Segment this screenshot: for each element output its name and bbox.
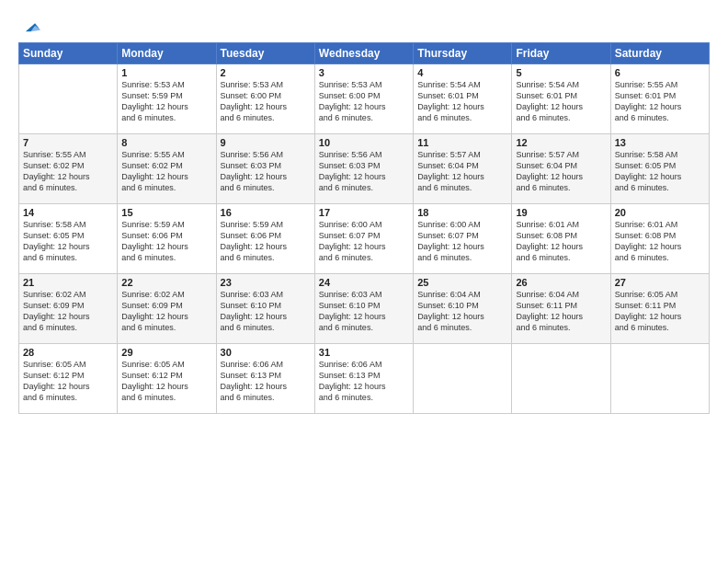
calendar-cell: 24Sunrise: 6:03 AM Sunset: 6:10 PM Dayli…: [314, 274, 413, 344]
day-info: Sunrise: 5:58 AM Sunset: 6:05 PM Dayligh…: [23, 219, 113, 264]
day-number: 13: [615, 137, 705, 148]
header-thursday: Thursday: [414, 43, 512, 64]
day-info: Sunrise: 5:57 AM Sunset: 6:04 PM Dayligh…: [417, 149, 507, 194]
day-number: 2: [221, 67, 311, 78]
calendar-cell: 12Sunrise: 5:57 AM Sunset: 6:04 PM Dayli…: [512, 134, 610, 204]
day-info: Sunrise: 5:57 AM Sunset: 6:04 PM Dayligh…: [516, 149, 606, 194]
calendar-table: SundayMondayTuesdayWednesdayThursdayFrid…: [18, 42, 710, 414]
day-number: 18: [417, 207, 507, 218]
calendar-cell: 15Sunrise: 5:59 AM Sunset: 6:06 PM Dayli…: [118, 204, 216, 274]
logo-icon: [20, 17, 40, 37]
calendar-cell: 21Sunrise: 6:02 AM Sunset: 6:09 PM Dayli…: [19, 274, 118, 344]
day-number: 22: [121, 277, 211, 288]
day-number: 25: [417, 277, 507, 288]
day-number: 15: [121, 207, 211, 218]
day-info: Sunrise: 6:00 AM Sunset: 6:07 PM Dayligh…: [417, 219, 507, 264]
header-row: SundayMondayTuesdayWednesdayThursdayFrid…: [19, 43, 710, 64]
week-row-2: 14Sunrise: 5:58 AM Sunset: 6:05 PM Dayli…: [19, 204, 710, 274]
calendar-cell: 28Sunrise: 6:05 AM Sunset: 6:12 PM Dayli…: [19, 344, 118, 414]
header-tuesday: Tuesday: [216, 43, 314, 64]
day-info: Sunrise: 6:00 AM Sunset: 6:07 PM Dayligh…: [319, 219, 409, 264]
calendar-cell: 9Sunrise: 5:56 AM Sunset: 6:03 PM Daylig…: [216, 134, 314, 204]
day-info: Sunrise: 5:54 AM Sunset: 6:01 PM Dayligh…: [516, 79, 606, 124]
day-info: Sunrise: 5:54 AM Sunset: 6:01 PM Dayligh…: [417, 79, 507, 124]
week-row-4: 28Sunrise: 6:05 AM Sunset: 6:12 PM Dayli…: [19, 344, 710, 414]
day-number: 20: [615, 207, 705, 218]
calendar-cell: 30Sunrise: 6:06 AM Sunset: 6:13 PM Dayli…: [216, 344, 314, 414]
calendar-cell: 11Sunrise: 5:57 AM Sunset: 6:04 PM Dayli…: [414, 134, 512, 204]
day-info: Sunrise: 5:55 AM Sunset: 6:02 PM Dayligh…: [23, 149, 113, 194]
day-number: 23: [221, 277, 311, 288]
day-info: Sunrise: 5:53 AM Sunset: 6:00 PM Dayligh…: [221, 79, 311, 124]
calendar-cell: 8Sunrise: 5:55 AM Sunset: 6:02 PM Daylig…: [118, 134, 216, 204]
header: [18, 17, 710, 37]
day-info: Sunrise: 6:06 AM Sunset: 6:13 PM Dayligh…: [221, 359, 311, 404]
calendar-cell: 27Sunrise: 6:05 AM Sunset: 6:11 PM Dayli…: [610, 274, 709, 344]
day-info: Sunrise: 6:04 AM Sunset: 6:10 PM Dayligh…: [417, 289, 507, 334]
header-friday: Friday: [512, 43, 610, 64]
day-info: Sunrise: 5:59 AM Sunset: 6:06 PM Dayligh…: [221, 219, 311, 264]
day-number: 4: [417, 67, 507, 78]
day-info: Sunrise: 5:59 AM Sunset: 6:06 PM Dayligh…: [121, 219, 211, 264]
calendar-cell: 4Sunrise: 5:54 AM Sunset: 6:01 PM Daylig…: [414, 64, 512, 134]
day-number: 7: [23, 137, 113, 148]
day-info: Sunrise: 5:55 AM Sunset: 6:01 PM Dayligh…: [615, 79, 705, 124]
calendar-cell: [19, 64, 118, 134]
header-saturday: Saturday: [610, 43, 709, 64]
day-info: Sunrise: 5:56 AM Sunset: 6:03 PM Dayligh…: [319, 149, 409, 194]
day-number: 9: [221, 137, 311, 148]
page: SundayMondayTuesdayWednesdayThursdayFrid…: [0, 0, 728, 563]
calendar-cell: 3Sunrise: 5:53 AM Sunset: 6:00 PM Daylig…: [314, 64, 413, 134]
day-number: 19: [516, 207, 606, 218]
day-number: 12: [516, 137, 606, 148]
calendar-cell: 25Sunrise: 6:04 AM Sunset: 6:10 PM Dayli…: [414, 274, 512, 344]
day-number: 5: [516, 67, 606, 78]
day-info: Sunrise: 6:02 AM Sunset: 6:09 PM Dayligh…: [121, 289, 211, 334]
day-info: Sunrise: 5:56 AM Sunset: 6:03 PM Dayligh…: [221, 149, 311, 194]
day-info: Sunrise: 5:53 AM Sunset: 6:00 PM Dayligh…: [319, 79, 409, 124]
day-number: 14: [23, 207, 113, 218]
calendar-cell: 6Sunrise: 5:55 AM Sunset: 6:01 PM Daylig…: [610, 64, 709, 134]
week-row-3: 21Sunrise: 6:02 AM Sunset: 6:09 PM Dayli…: [19, 274, 710, 344]
calendar-cell: 20Sunrise: 6:01 AM Sunset: 6:08 PM Dayli…: [610, 204, 709, 274]
day-info: Sunrise: 6:06 AM Sunset: 6:13 PM Dayligh…: [319, 359, 409, 404]
calendar-cell: 19Sunrise: 6:01 AM Sunset: 6:08 PM Dayli…: [512, 204, 610, 274]
calendar-cell: 2Sunrise: 5:53 AM Sunset: 6:00 PM Daylig…: [216, 64, 314, 134]
header-wednesday: Wednesday: [314, 43, 413, 64]
day-number: 27: [615, 277, 705, 288]
header-sunday: Sunday: [19, 43, 118, 64]
day-number: 8: [121, 137, 211, 148]
calendar-cell: 31Sunrise: 6:06 AM Sunset: 6:13 PM Dayli…: [314, 344, 413, 414]
week-row-0: 1Sunrise: 5:53 AM Sunset: 5:59 PM Daylig…: [19, 64, 710, 134]
calendar-cell: 29Sunrise: 6:05 AM Sunset: 6:12 PM Dayli…: [118, 344, 216, 414]
day-info: Sunrise: 6:05 AM Sunset: 6:12 PM Dayligh…: [23, 359, 113, 404]
day-number: 6: [615, 67, 705, 78]
calendar-cell: 26Sunrise: 6:04 AM Sunset: 6:11 PM Dayli…: [512, 274, 610, 344]
day-info: Sunrise: 6:05 AM Sunset: 6:12 PM Dayligh…: [121, 359, 211, 404]
day-number: 26: [516, 277, 606, 288]
calendar-cell: 10Sunrise: 5:56 AM Sunset: 6:03 PM Dayli…: [314, 134, 413, 204]
calendar-cell: [512, 344, 610, 414]
day-number: 28: [23, 347, 113, 358]
day-number: 29: [121, 347, 211, 358]
day-info: Sunrise: 6:02 AM Sunset: 6:09 PM Dayligh…: [23, 289, 113, 334]
calendar-cell: [610, 344, 709, 414]
day-number: 30: [221, 347, 311, 358]
day-number: 10: [319, 137, 409, 148]
week-row-1: 7Sunrise: 5:55 AM Sunset: 6:02 PM Daylig…: [19, 134, 710, 204]
day-number: 17: [319, 207, 409, 218]
calendar-cell: 5Sunrise: 5:54 AM Sunset: 6:01 PM Daylig…: [512, 64, 610, 134]
day-info: Sunrise: 6:04 AM Sunset: 6:11 PM Dayligh…: [516, 289, 606, 334]
calendar-cell: 13Sunrise: 5:58 AM Sunset: 6:05 PM Dayli…: [610, 134, 709, 204]
day-info: Sunrise: 5:55 AM Sunset: 6:02 PM Dayligh…: [121, 149, 211, 194]
header-monday: Monday: [118, 43, 216, 64]
day-info: Sunrise: 6:01 AM Sunset: 6:08 PM Dayligh…: [516, 219, 606, 264]
day-number: 31: [319, 347, 409, 358]
day-info: Sunrise: 6:01 AM Sunset: 6:08 PM Dayligh…: [615, 219, 705, 264]
calendar-cell: [414, 344, 512, 414]
day-number: 21: [23, 277, 113, 288]
calendar-cell: 17Sunrise: 6:00 AM Sunset: 6:07 PM Dayli…: [314, 204, 413, 274]
day-info: Sunrise: 5:53 AM Sunset: 5:59 PM Dayligh…: [121, 79, 211, 124]
day-number: 24: [319, 277, 409, 288]
calendar-cell: 1Sunrise: 5:53 AM Sunset: 5:59 PM Daylig…: [118, 64, 216, 134]
